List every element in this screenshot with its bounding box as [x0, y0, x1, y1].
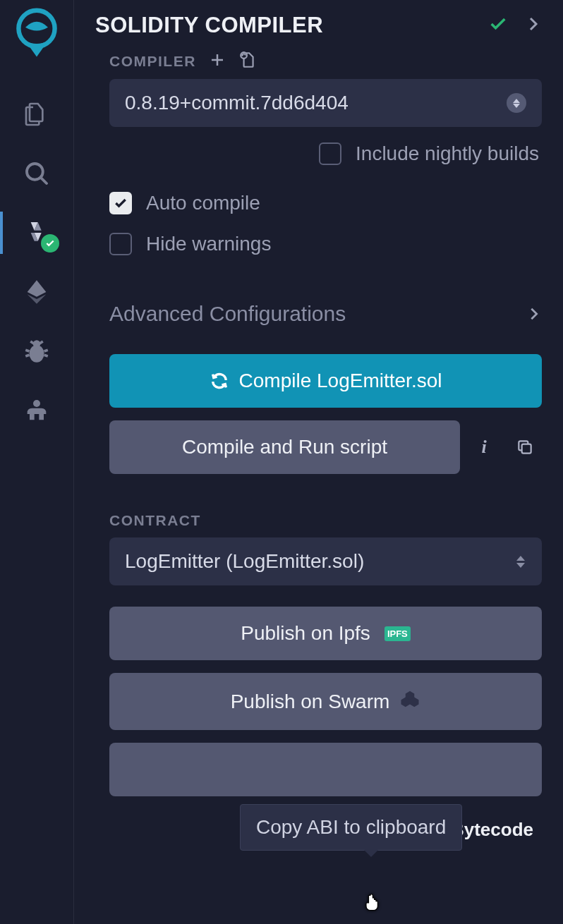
hide-warnings-label: Hide warnings	[146, 233, 271, 255]
add-compiler-icon[interactable]	[209, 51, 226, 71]
include-nightly-checkbox[interactable]	[319, 142, 341, 165]
svg-line-5	[25, 350, 29, 351]
publish-swarm-button[interactable]: Publish on Swarm	[109, 673, 542, 730]
tooltip: Copy ABI to clipboard	[240, 804, 462, 851]
svg-line-6	[44, 350, 48, 351]
auto-compile-checkbox[interactable]	[109, 192, 132, 214]
svg-line-8	[44, 355, 48, 356]
compiler-label: COMPILER	[109, 53, 196, 70]
advanced-configurations-toggle[interactable]: Advanced Configurations	[109, 302, 542, 326]
success-check-icon	[488, 14, 508, 37]
compile-run-script-label: Compile and Run script	[182, 436, 387, 458]
ipfs-badge-icon: IPFS	[385, 626, 411, 641]
svg-line-7	[25, 355, 29, 356]
compile-run-script-button[interactable]: Compile and Run script	[109, 420, 460, 474]
compiler-version-value: 0.8.19+commit.7dd6d404	[125, 92, 349, 114]
publish-ipfs-label: Publish on Ipfs	[241, 622, 370, 645]
publish-ipfs-button[interactable]: Publish on Ipfs IPFS	[109, 607, 542, 660]
hide-warnings-checkbox[interactable]	[109, 233, 132, 255]
success-badge-icon	[41, 234, 59, 253]
copy-bytecode-label: Bytecode	[451, 819, 533, 841]
remix-logo[interactable]	[8, 7, 65, 63]
swarm-icon	[399, 688, 420, 715]
select-updown-icon	[515, 556, 526, 568]
compile-button[interactable]: Compile LogEmitter.sol	[109, 354, 542, 408]
file-explorer-icon[interactable]	[21, 99, 52, 130]
contract-label: CONTRACT	[109, 512, 542, 529]
deploy-run-icon[interactable]	[21, 276, 52, 308]
select-updown-icon	[507, 93, 526, 113]
contract-select-value: LogEmitter (LogEmitter.sol)	[125, 550, 364, 573]
load-compiler-icon[interactable]	[238, 51, 257, 72]
include-nightly-label: Include nightly builds	[356, 142, 539, 165]
advanced-configurations-label: Advanced Configurations	[109, 302, 346, 326]
auto-compile-label: Auto compile	[146, 192, 260, 214]
cursor-pointer-icon	[361, 892, 381, 918]
chevron-right-icon[interactable]	[525, 16, 542, 35]
contract-select[interactable]: LogEmitter (LogEmitter.sol)	[109, 537, 542, 585]
plugin-manager-icon[interactable]	[21, 395, 52, 426]
svg-line-2	[41, 178, 47, 183]
solidity-compiler-icon[interactable]	[21, 217, 52, 248]
copy-script-icon[interactable]	[508, 430, 542, 464]
info-icon[interactable]: i	[467, 430, 501, 464]
search-icon[interactable]	[21, 158, 52, 189]
compiler-panel: SOLIDITY COMPILER COMPILER 0.8.19+commit…	[74, 0, 563, 924]
vertical-nav-bar	[0, 0, 74, 924]
svg-point-11	[33, 400, 40, 407]
panel-title: SOLIDITY COMPILER	[95, 13, 323, 38]
refresh-icon	[210, 371, 229, 391]
panel-header: SOLIDITY COMPILER	[95, 13, 542, 38]
svg-point-3	[30, 345, 44, 363]
compiler-version-select[interactable]: 0.8.19+commit.7dd6d404	[109, 79, 542, 127]
compilation-details-button[interactable]: C Compilation Details	[109, 743, 542, 796]
debugger-icon[interactable]	[21, 336, 52, 367]
tooltip-text: Copy ABI to clipboard	[256, 816, 446, 838]
svg-rect-15	[522, 444, 531, 454]
publish-swarm-label: Publish on Swarm	[231, 691, 390, 713]
compile-button-label: Compile LogEmitter.sol	[239, 370, 442, 392]
